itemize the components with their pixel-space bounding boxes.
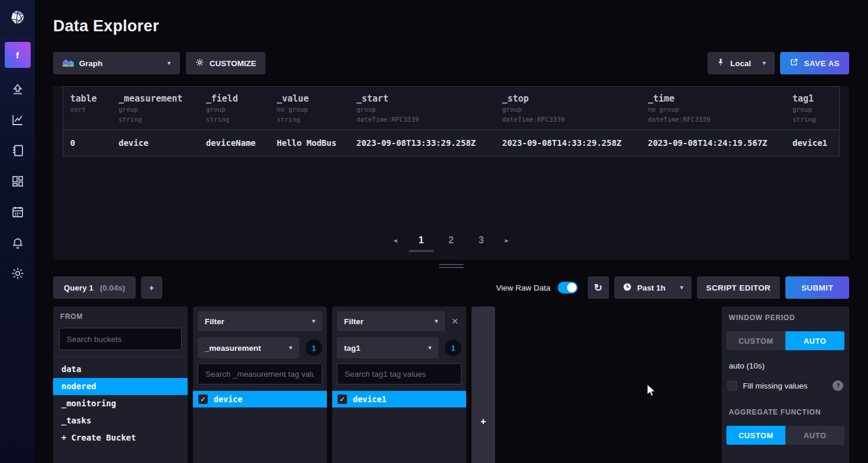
save-location-dropdown[interactable]: Local ▾ xyxy=(707,52,775,74)
nav-dashboards[interactable] xyxy=(0,167,35,198)
chevron-down-icon: ▾ xyxy=(168,60,171,66)
nav-alerts[interactable] xyxy=(0,229,35,259)
aggregate-auto-button[interactable]: AUTO xyxy=(785,426,844,445)
gear-icon xyxy=(11,266,25,283)
aggregate-mode-toggle: CUSTOM AUTO xyxy=(726,426,844,445)
chevron-down-icon: ▾ xyxy=(289,345,292,351)
view-raw-data-label: View Raw Data xyxy=(496,283,551,292)
aggregate-function-title: AGGREGATE FUNCTION xyxy=(726,408,844,416)
cell-measurement: device xyxy=(112,130,199,156)
cell-field: deviceName xyxy=(199,130,270,156)
column-header-field[interactable]: _field group string xyxy=(199,87,270,129)
page-title: Data Explorer xyxy=(53,15,849,37)
tag-value-search-input[interactable] xyxy=(198,363,322,384)
tag-key-dropdown[interactable]: _measurement ▾ xyxy=(198,337,299,358)
column-header-measurement[interactable]: _measurement group string xyxy=(112,87,199,129)
notebook-icon xyxy=(11,144,25,160)
selected-count-badge: 1 xyxy=(306,340,322,356)
help-icon[interactable]: ? xyxy=(833,380,843,391)
window-custom-button[interactable]: CUSTOM xyxy=(726,331,785,350)
checkbox-checked-icon[interactable]: ✓ xyxy=(338,394,347,404)
aggregate-custom-button[interactable]: CUSTOM xyxy=(726,426,785,445)
toggle-knob xyxy=(567,283,577,292)
tag-value-device[interactable]: ✓ device xyxy=(193,391,327,407)
customize-label: CUSTOMIZE xyxy=(209,59,256,68)
nav-data-explorer[interactable] xyxy=(0,106,35,136)
bucket-item-monitoring[interactable]: _monitoring xyxy=(53,395,188,412)
fill-missing-values-label: Fill missing values xyxy=(743,382,827,390)
bucket-item-nodered[interactable]: nodered xyxy=(53,378,188,395)
influxdb-logo-icon[interactable] xyxy=(0,0,35,35)
cell-start: 2023-09-08T13:33:29.258Z xyxy=(349,130,495,156)
submit-button[interactable]: SUBMIT xyxy=(785,276,849,299)
table-pagination: ◂ 1 2 3 ▸ xyxy=(53,234,849,247)
filter-type-dropdown[interactable]: Filter ▾ xyxy=(337,311,445,331)
add-filter-card[interactable]: + xyxy=(471,307,495,463)
page-button-3[interactable]: 3 xyxy=(475,234,487,247)
visualization-type-dropdown[interactable]: Graph ▾ xyxy=(53,52,180,74)
table-row: 0 device deviceName Hello ModBus 2023-09… xyxy=(63,130,839,156)
checkbox-checked-icon[interactable]: ✓ xyxy=(198,394,208,404)
query-duration: (0.04s) xyxy=(100,283,125,292)
visualization-toolbar: Graph ▾ CUSTOMIZE Local ▾ xyxy=(53,52,849,74)
user-avatar[interactable]: f xyxy=(5,42,31,68)
column-header-start[interactable]: _start group dateTime:RFC3339 xyxy=(349,87,495,129)
nav-notebooks[interactable] xyxy=(0,136,35,167)
chevron-down-icon: ▾ xyxy=(428,345,431,351)
window-period-panel: WINDOW PERIOD CUSTOM AUTO auto (10s) Fil… xyxy=(722,307,849,463)
refresh-button[interactable]: ↻ xyxy=(588,276,609,299)
close-filter-icon[interactable]: × xyxy=(448,315,461,328)
customize-button[interactable]: CUSTOMIZE xyxy=(186,52,266,74)
time-range-dropdown[interactable]: Past 1h ▾ xyxy=(614,276,692,299)
calendar-icon xyxy=(11,205,25,221)
nav-load-data[interactable] xyxy=(0,75,35,106)
script-editor-button[interactable]: SCRIPT EDITOR xyxy=(697,276,780,299)
bucket-item-data[interactable]: data xyxy=(53,361,188,378)
nav-settings[interactable] xyxy=(0,259,35,290)
export-icon xyxy=(790,58,798,69)
query-builder: FROM data nodered _monitoring _tasks + C… xyxy=(53,307,849,463)
next-page-icon[interactable]: ▸ xyxy=(505,236,509,244)
fill-missing-values-checkbox[interactable] xyxy=(728,381,737,390)
nav-tasks[interactable] xyxy=(0,198,35,229)
filter-type-dropdown[interactable]: Filter ▾ xyxy=(198,311,322,331)
bucket-search-input[interactable] xyxy=(59,328,182,350)
add-query-button[interactable]: + xyxy=(141,276,162,299)
column-header-stop[interactable]: _stop group dateTime:RFC3339 xyxy=(495,87,641,129)
column-header-tag1[interactable]: tag1 group string xyxy=(785,87,839,129)
page-button-2[interactable]: 2 xyxy=(445,234,457,247)
window-auto-button[interactable]: AUTO xyxy=(785,331,844,350)
plus-icon[interactable]: + xyxy=(471,416,495,427)
save-as-button[interactable]: SAVE AS xyxy=(780,52,849,74)
column-header-value[interactable]: _value no group string xyxy=(270,87,349,129)
refresh-icon: ↻ xyxy=(594,282,602,294)
query-tab[interactable]: Query 1 (0.04s) xyxy=(53,276,136,299)
panel-resize-handle[interactable] xyxy=(439,264,464,268)
column-header-table[interactable]: table sort xyxy=(63,87,112,129)
bucket-item-tasks[interactable]: _tasks xyxy=(53,412,188,429)
bell-icon xyxy=(11,236,25,252)
filter-type-label: Filter xyxy=(205,317,224,326)
cell-table: 0 xyxy=(63,130,112,156)
cell-tag1: device1 xyxy=(785,130,839,156)
tag-value-list: ✓ device xyxy=(193,390,327,407)
query-tab-label: Query 1 xyxy=(64,283,93,292)
create-bucket-button[interactable]: + Create Bucket xyxy=(53,429,188,446)
query-bar: Query 1 (0.04s) + View Raw Data ↻ Past 1… xyxy=(53,276,849,299)
bucket-list: data nodered _monitoring _tasks + Create… xyxy=(53,357,188,446)
tag-value-device1[interactable]: ✓ device1 xyxy=(332,391,466,407)
window-period-mode-toggle: CUSTOM AUTO xyxy=(726,331,844,350)
chevron-down-icon: ▾ xyxy=(762,60,765,66)
avatar-letter: f xyxy=(16,50,19,60)
previous-page-icon[interactable]: ◂ xyxy=(394,236,397,244)
cell-time: 2023-09-08T14:24:19.567Z xyxy=(641,130,785,156)
chevron-down-icon: ▾ xyxy=(680,285,683,291)
tag-key-dropdown[interactable]: tag1 ▾ xyxy=(337,337,438,358)
filter-card-measurement: Filter ▾ _measurement ▾ 1 ✓ device xyxy=(193,307,327,463)
save-as-label: SAVE AS xyxy=(804,59,840,68)
tag-value-search-input[interactable] xyxy=(337,363,461,384)
view-raw-data-toggle[interactable] xyxy=(558,282,578,294)
column-header-time[interactable]: _time no group dateTime:RFC3339 xyxy=(641,87,785,129)
app-sidebar: f xyxy=(0,0,35,463)
page-button-1[interactable]: 1 xyxy=(415,234,427,247)
